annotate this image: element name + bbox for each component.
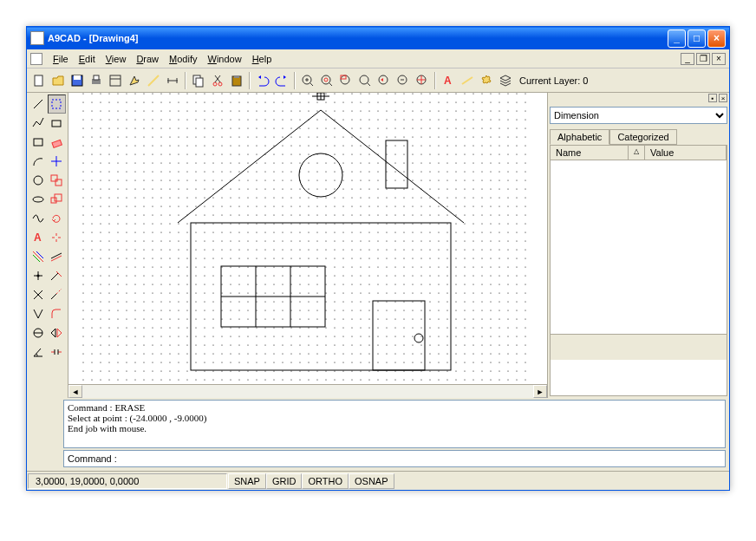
document-icon[interactable] bbox=[30, 53, 42, 65]
object-type-dropdown[interactable]: Dimension bbox=[550, 107, 727, 124]
zoom-realtime-button[interactable] bbox=[356, 72, 374, 89]
zoom-out-button[interactable] bbox=[394, 72, 412, 89]
dimension-button[interactable] bbox=[164, 72, 181, 89]
drawing-canvas[interactable] bbox=[68, 93, 547, 384]
rotate-tool[interactable] bbox=[48, 209, 67, 228]
zoom-previous-button[interactable] bbox=[375, 72, 393, 89]
menu-edit[interactable]: Edit bbox=[74, 52, 101, 66]
explode-tool[interactable] bbox=[48, 228, 67, 247]
command-history: Command : ERASE Select at point : (-24.0… bbox=[63, 400, 726, 448]
properties-button[interactable] bbox=[107, 72, 124, 89]
copy-tool[interactable] bbox=[48, 171, 67, 190]
command-input[interactable] bbox=[121, 453, 721, 464]
scroll-left-button[interactable]: ◄ bbox=[68, 385, 82, 398]
image-tool[interactable] bbox=[29, 285, 48, 304]
menu-window[interactable]: Window bbox=[202, 52, 246, 66]
fillet-tool[interactable] bbox=[48, 304, 67, 323]
arc-tool[interactable] bbox=[29, 152, 48, 171]
spline-tool[interactable] bbox=[29, 209, 48, 228]
tab-alphabetic[interactable]: Alphabetic bbox=[550, 129, 609, 145]
coordinates-pane: 3,0000, 19,0000, 0,0000 bbox=[28, 473, 227, 489]
move-tool[interactable] bbox=[48, 152, 67, 171]
mdi-restore-button[interactable]: ❐ bbox=[696, 53, 710, 65]
dim-angular-tool[interactable] bbox=[29, 342, 48, 362]
ortho-toggle[interactable]: ORTHO bbox=[302, 473, 349, 489]
circle-tool[interactable] bbox=[29, 171, 48, 190]
copy-button[interactable] bbox=[190, 72, 207, 89]
svg-text:A: A bbox=[444, 75, 452, 87]
svg-point-45 bbox=[34, 176, 42, 185]
extend-tool[interactable] bbox=[48, 285, 67, 304]
trim-tool[interactable] bbox=[48, 266, 67, 285]
settings-button[interactable] bbox=[478, 72, 495, 89]
window-title: A9CAD - [Drawing4] bbox=[48, 33, 666, 43]
pan-button[interactable] bbox=[414, 72, 431, 89]
mirror-tool[interactable] bbox=[48, 323, 67, 342]
svg-line-69 bbox=[56, 289, 62, 294]
close-button[interactable]: × bbox=[707, 29, 726, 48]
scale-tool[interactable] bbox=[48, 190, 67, 209]
minimize-button[interactable]: _ bbox=[668, 29, 686, 48]
polyline-tool[interactable] bbox=[29, 114, 48, 133]
menu-draw[interactable]: Draw bbox=[131, 52, 164, 66]
grid-toggle[interactable]: GRID bbox=[266, 473, 303, 489]
main-toolbar: A Current Layer: 0 bbox=[27, 68, 729, 93]
polygon-tool[interactable] bbox=[29, 133, 48, 152]
offset-tool[interactable] bbox=[48, 247, 67, 266]
select-tool[interactable] bbox=[48, 95, 67, 114]
text-style-button[interactable]: A bbox=[440, 72, 457, 89]
redo-button[interactable] bbox=[273, 72, 290, 89]
open-button[interactable] bbox=[49, 72, 67, 89]
svg-rect-40 bbox=[52, 121, 61, 127]
dim-style-button[interactable] bbox=[459, 72, 476, 89]
measure-button[interactable] bbox=[145, 72, 162, 89]
svg-rect-4 bbox=[94, 75, 99, 80]
snap-toggle[interactable]: SNAP bbox=[228, 473, 266, 489]
svg-rect-42 bbox=[52, 140, 62, 147]
menu-file[interactable]: File bbox=[48, 52, 74, 66]
panel-close-button[interactable]: × bbox=[719, 94, 727, 102]
rectangle-tool[interactable] bbox=[48, 114, 67, 133]
sort-icon[interactable]: △ bbox=[629, 146, 645, 160]
svg-line-56 bbox=[33, 255, 40, 262]
paste-button[interactable] bbox=[228, 72, 245, 89]
zoom-window-button[interactable] bbox=[337, 72, 355, 89]
menu-help[interactable]: Help bbox=[247, 52, 277, 66]
scroll-right-button[interactable]: ► bbox=[533, 385, 547, 398]
point-tool[interactable] bbox=[29, 266, 48, 285]
maximize-button[interactable]: □ bbox=[688, 29, 706, 48]
svg-line-38 bbox=[34, 100, 42, 108]
erase-tool[interactable] bbox=[48, 133, 67, 152]
svg-line-29 bbox=[367, 82, 370, 86]
tab-categorized[interactable]: Categorized bbox=[609, 129, 676, 145]
zoom-extents-button[interactable] bbox=[318, 72, 336, 89]
text-tool[interactable]: A bbox=[29, 228, 48, 247]
command-line[interactable]: Command : bbox=[63, 450, 726, 467]
cut-button[interactable] bbox=[209, 72, 226, 89]
print-button[interactable] bbox=[88, 72, 105, 89]
column-name[interactable]: Name bbox=[551, 146, 629, 160]
column-value[interactable]: Value bbox=[645, 146, 727, 160]
layers-button[interactable] bbox=[497, 72, 514, 89]
panel-pin-icon[interactable]: ▪ bbox=[708, 94, 717, 102]
break-tool[interactable] bbox=[48, 342, 67, 362]
properties-grid[interactable]: Name △ Value bbox=[550, 145, 727, 396]
dim-aligned-tool[interactable] bbox=[29, 323, 48, 342]
hatch-tool[interactable] bbox=[29, 247, 48, 266]
svg-point-13 bbox=[213, 82, 217, 86]
undo-button[interactable] bbox=[254, 72, 271, 89]
zoom-in-button[interactable] bbox=[299, 72, 316, 89]
osnap-toggle[interactable]: OSNAP bbox=[349, 473, 394, 489]
save-button[interactable] bbox=[68, 72, 86, 89]
mdi-minimize-button[interactable]: _ bbox=[681, 53, 694, 65]
properties-panel: ▪× Dimension Alphabetic Categorized Name… bbox=[547, 93, 729, 398]
mdi-close-button[interactable]: × bbox=[712, 53, 726, 65]
horizontal-scrollbar[interactable]: ◄ ► bbox=[68, 384, 547, 398]
menu-view[interactable]: View bbox=[101, 52, 132, 66]
line-tool[interactable] bbox=[29, 95, 48, 114]
dim-linear-tool[interactable] bbox=[29, 304, 48, 323]
pick-button[interactable] bbox=[126, 72, 143, 89]
menu-modify[interactable]: Modify bbox=[164, 52, 202, 66]
ellipse-tool[interactable] bbox=[29, 190, 48, 209]
new-button[interactable] bbox=[30, 72, 48, 89]
